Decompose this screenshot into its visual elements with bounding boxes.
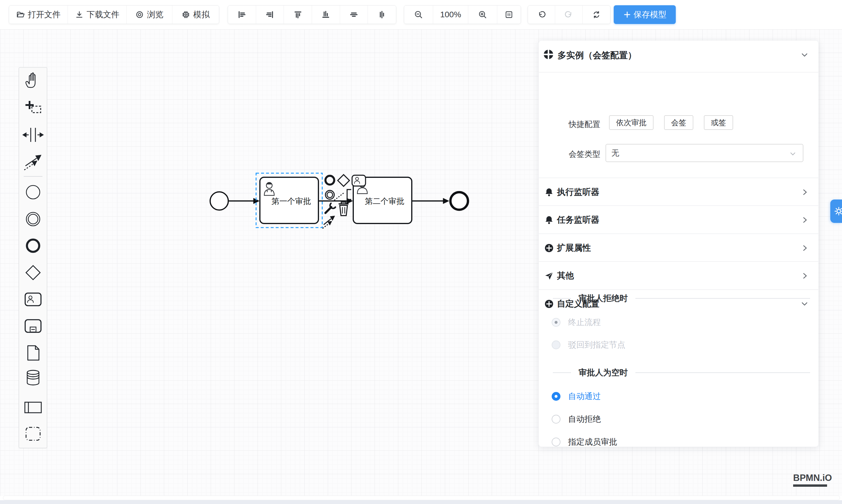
radio-checked-icon — [552, 392, 560, 401]
reject-group-heading: 审批人拒绝时 — [553, 293, 810, 304]
heading-line — [553, 298, 571, 299]
zoom-in-button[interactable] — [468, 5, 497, 24]
save-model-label: 保存模型 — [634, 9, 666, 20]
reject-group-title: 审批人拒绝时 — [579, 293, 628, 304]
start-event[interactable] — [27, 185, 40, 199]
properties-panel: 多实例（会签配置） 快捷配置 依次审批 会签 或签 会签类型 无 — [539, 40, 819, 447]
append-text-annotation-icon[interactable] — [347, 190, 351, 199]
preview-icon — [135, 10, 144, 19]
align-center-horizontal-icon — [349, 10, 358, 19]
divider — [539, 233, 818, 234]
radio-label: 自动通过 — [568, 391, 601, 402]
shape-palette — [19, 67, 47, 448]
space-tool[interactable] — [23, 128, 43, 142]
connect-arrow-icon[interactable] — [322, 216, 335, 229]
zoom-out-icon — [414, 10, 423, 19]
section-task-listener[interactable]: 任务监听器 — [539, 211, 818, 229]
global-connect-tool[interactable] — [24, 155, 41, 170]
append-end-event-icon[interactable] — [326, 176, 334, 184]
quick-option-sequential-button[interactable]: 依次审批 — [609, 115, 653, 130]
lasso-tool[interactable] — [25, 101, 41, 113]
file-toolbar-group: 打开文件 下载文件 浏览 模拟 — [9, 5, 219, 24]
data-object[interactable] — [28, 346, 39, 360]
simulate-button[interactable]: 模拟 — [172, 5, 219, 24]
horizontal-scrollbar[interactable] — [3, 496, 840, 500]
refresh-icon — [592, 10, 601, 19]
group[interactable] — [26, 427, 40, 440]
panel-header[interactable]: 多实例（会签配置） — [539, 41, 818, 72]
plus-circle-icon — [544, 243, 554, 253]
radio-disabled-checked-icon — [552, 318, 560, 327]
radio-return-to-node[interactable]: 驳回到指定节点 — [552, 339, 626, 350]
preview-button[interactable]: 浏览 — [127, 5, 172, 24]
zoom-toolbar-group: 100% — [404, 5, 521, 24]
change-type-wrench-icon[interactable] — [326, 203, 335, 213]
align-right-button[interactable] — [256, 5, 284, 24]
align-bottom-button[interactable] — [312, 5, 340, 24]
send-icon — [544, 271, 554, 281]
task1-label: 第一个审批 — [271, 197, 311, 205]
user-task[interactable] — [25, 293, 41, 306]
radio-assign-member[interactable]: 指定成员审批 — [552, 436, 617, 448]
reset-button[interactable] — [583, 5, 610, 24]
bpmn-io-logo-text: BPMN.iO — [793, 473, 827, 483]
download-file-label: 下载文件 — [87, 9, 119, 20]
redo-icon — [564, 10, 573, 19]
section-label: 执行监听器 — [557, 186, 599, 198]
multi-instance-icon — [543, 89, 554, 100]
append-intermediate-event-icon[interactable] — [326, 191, 334, 199]
radio-icon — [552, 437, 560, 446]
align-center-vertical-button[interactable] — [368, 5, 396, 24]
section-execution-listener[interactable] — [539, 142, 818, 160]
section-other[interactable]: 其他 — [539, 267, 818, 285]
align-top-button[interactable] — [284, 5, 312, 24]
heading-line — [553, 372, 571, 373]
plus-icon — [623, 11, 631, 19]
chevron-down-icon[interactable] — [801, 51, 808, 59]
radio-auto-pass[interactable]: 自动通过 — [552, 391, 601, 402]
bottom-edge-bar — [0, 500, 842, 504]
redo-button[interactable] — [555, 5, 582, 24]
call-activity[interactable] — [25, 320, 41, 332]
zoom-out-button[interactable] — [404, 5, 433, 24]
append-user-task-icon[interactable] — [352, 175, 366, 186]
radio-auto-reject[interactable]: 自动拒绝 — [552, 414, 601, 425]
align-center-horizontal-button[interactable] — [340, 5, 368, 24]
undo-icon — [537, 10, 546, 19]
start-event-shape[interactable] — [210, 192, 228, 210]
process-diagram: 第一个审批 第二个审批 — [202, 162, 483, 244]
align-top-icon — [294, 10, 302, 19]
section-label: 任务监听器 — [557, 214, 599, 226]
section-label: 扩展属性 — [557, 242, 591, 254]
open-file-button[interactable]: 打开文件 — [9, 5, 68, 24]
radio-icon — [552, 415, 560, 424]
settings-tab[interactable] — [830, 199, 842, 223]
undo-button[interactable] — [528, 5, 555, 24]
align-left-button[interactable] — [228, 5, 256, 24]
chip-icon — [181, 10, 190, 19]
quick-option-orsign-button[interactable]: 或签 — [704, 115, 733, 130]
intermediate-event[interactable] — [27, 212, 40, 226]
zoom-level-display[interactable]: 100% — [433, 5, 468, 24]
radio-terminate-process[interactable]: 终止流程 — [552, 317, 601, 328]
participant-pool[interactable] — [25, 402, 41, 413]
section-extended-properties[interactable]: 扩展属性 — [539, 239, 818, 257]
download-file-button[interactable]: 下载文件 — [68, 5, 127, 24]
delete-trash-icon[interactable] — [339, 202, 349, 216]
folder-icon — [16, 10, 25, 19]
bpmn-io-watermark[interactable]: BPMN.iO — [793, 473, 827, 487]
quick-option-countersign-button[interactable]: 会签 — [664, 115, 693, 130]
section-execution-listener[interactable]: 执行监听器 — [539, 183, 818, 201]
hand-tool[interactable] — [26, 73, 35, 88]
bell-icon — [544, 187, 554, 197]
data-store[interactable] — [27, 370, 39, 385]
fit-viewport-icon — [505, 10, 513, 19]
divider — [539, 261, 818, 262]
gateway[interactable] — [26, 266, 40, 280]
end-event-shape[interactable] — [451, 192, 468, 210]
append-gateway-icon[interactable] — [338, 175, 349, 186]
fit-viewport-button[interactable] — [497, 5, 521, 24]
chevron-right-icon — [801, 216, 808, 224]
save-model-button[interactable]: 保存模型 — [614, 5, 676, 24]
end-event[interactable] — [27, 239, 39, 252]
